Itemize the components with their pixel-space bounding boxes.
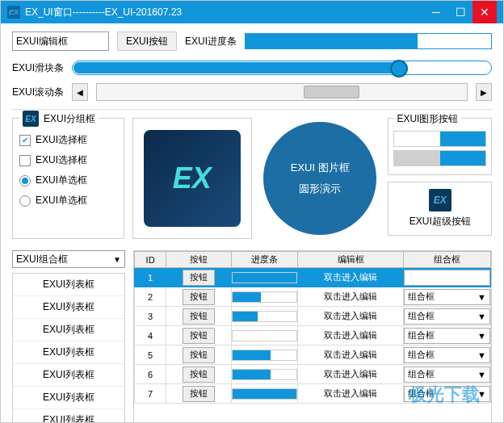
table-row[interactable]: 7按钮双击进入编辑组合框▼ <box>135 384 491 404</box>
row-combobox[interactable]: 组合框▼ <box>404 328 490 344</box>
progress-fill <box>246 34 418 48</box>
table-row[interactable]: 6按钮双击进入编辑组合框▼ <box>135 365 491 384</box>
shape-button-row1[interactable] <box>393 131 486 147</box>
list-item[interactable]: EXUI列表框 <box>13 409 124 423</box>
cell-id: 4 <box>135 326 166 346</box>
close-button[interactable]: ✕ <box>472 1 497 23</box>
checkbox[interactable] <box>19 135 31 146</box>
table-header[interactable]: ID <box>135 252 166 268</box>
cell-edit[interactable]: 双击进入编辑 <box>297 287 403 307</box>
ex-logo-icon: EX <box>429 189 452 212</box>
image-box: EX <box>132 118 252 239</box>
table-row[interactable]: 1按钮双击进入编辑组合框▼ <box>135 268 491 287</box>
row-combobox[interactable]: 组合框▼ <box>404 289 490 305</box>
slider-fill <box>74 62 400 73</box>
slider-handle[interactable] <box>390 60 408 77</box>
scroll-left-button[interactable]: ◀ <box>72 83 88 101</box>
row-button[interactable]: 按钮 <box>183 328 215 344</box>
maximize-button[interactable]: ☐ <box>448 1 472 23</box>
row-button[interactable]: 按钮 <box>183 308 215 325</box>
row-button[interactable]: 按钮 <box>183 289 215 305</box>
super-button-label: EXUI超级按钮 <box>410 215 471 228</box>
color-cell[interactable] <box>394 132 439 146</box>
scroll-track[interactable] <box>96 83 468 101</box>
table-header[interactable]: 进度条 <box>231 252 297 268</box>
combobox[interactable]: EXUI组合框 ▼ <box>12 250 125 268</box>
cell-edit[interactable]: 双击进入编辑 <box>297 365 403 384</box>
shape-button-group: EXUI图形按钮 <box>388 118 492 175</box>
color-cell[interactable] <box>440 132 485 146</box>
row-combobox[interactable]: 组合框▼ <box>404 270 490 286</box>
radio[interactable] <box>19 175 31 186</box>
color-cell[interactable] <box>440 151 485 165</box>
scroll-thumb[interactable] <box>304 86 359 98</box>
circle-line1: EXUI 图片框 <box>291 161 350 175</box>
table-header[interactable]: 编辑框 <box>297 252 403 268</box>
cell-id: 5 <box>135 346 166 365</box>
scroll-right-button[interactable]: ▶ <box>476 83 492 101</box>
combobox-value: EXUI组合框 <box>16 253 68 266</box>
window-title: EX_UI窗口----------EX_UI-201607.23 <box>25 6 424 19</box>
groupbox: EX EXUI分组框 EXUI选择框EXUI选择框EXUI单选框EXUI单选框 <box>12 118 124 239</box>
checkbox[interactable] <box>19 155 31 166</box>
chevron-down-icon: ▼ <box>113 255 121 264</box>
list-item[interactable]: EXUI列表框 <box>13 319 124 341</box>
checkbox-label: EXUI选择框 <box>36 133 87 147</box>
table-header[interactable]: 组合框 <box>404 252 491 268</box>
color-cell[interactable] <box>394 151 439 165</box>
table-row[interactable]: 3按钮双击进入编辑组合框▼ <box>135 307 491 326</box>
app-icon: EX <box>7 6 20 19</box>
list-item[interactable]: EXUI列表框 <box>13 364 124 387</box>
row-combobox[interactable]: 组合框▼ <box>404 308 490 325</box>
circle-image-box: EXUI 图片框 圆形演示 <box>260 118 380 239</box>
row-progress <box>232 369 297 380</box>
shape-button-row2[interactable] <box>393 150 486 166</box>
cell-edit[interactable]: 双击进入编辑 <box>297 346 403 365</box>
table-row[interactable]: 4按钮双击进入编辑组合框▼ <box>135 326 491 346</box>
edit-input[interactable] <box>12 31 109 51</box>
cell-id: 1 <box>135 268 166 287</box>
demo-button[interactable]: EXUI按钮 <box>117 31 177 51</box>
list-item[interactable]: EXUI列表框 <box>13 296 124 319</box>
ex-logo-icon: EX <box>23 111 39 127</box>
progress-bar <box>245 33 492 49</box>
cell-id: 3 <box>135 307 166 326</box>
minimize-button[interactable]: ─ <box>424 1 448 23</box>
row-combobox[interactable]: 组合框▼ <box>404 386 490 402</box>
cell-edit[interactable]: 双击进入编辑 <box>297 326 403 346</box>
row-progress <box>232 272 297 283</box>
listbox[interactable]: EXUI列表框EXUI列表框EXUI列表框EXUI列表框EXUI列表框EXUI列… <box>12 273 125 423</box>
table-header[interactable]: 按钮 <box>166 252 231 268</box>
titlebar: EX EX_UI窗口----------EX_UI-201607.23 ─ ☐ … <box>1 1 503 23</box>
cell-edit[interactable]: 双击进入编辑 <box>297 384 403 404</box>
list-item[interactable]: EXUI列表框 <box>13 387 124 409</box>
row-combobox[interactable]: 组合框▼ <box>404 366 490 383</box>
row-progress <box>232 330 297 341</box>
radio-label: EXUI单选框 <box>36 174 87 187</box>
cell-id: 6 <box>135 365 166 384</box>
cell-edit[interactable]: 双击进入编辑 <box>297 307 403 326</box>
cell-id: 7 <box>135 384 166 404</box>
groupbox-title: EXUI分组框 <box>44 112 95 126</box>
table-row[interactable]: 2按钮双击进入编辑组合框▼ <box>135 287 491 307</box>
row-combobox[interactable]: 组合框▼ <box>404 347 490 363</box>
row-button[interactable]: 按钮 <box>183 386 215 402</box>
ex-logo-large: EX <box>144 130 241 227</box>
row-button[interactable]: 按钮 <box>183 347 215 363</box>
cell-edit[interactable]: 双击进入编辑 <box>297 268 403 287</box>
row-progress <box>232 388 297 400</box>
slider-label: EXUI滑块条 <box>12 61 64 75</box>
row-button[interactable]: 按钮 <box>183 366 215 383</box>
scrollbar-label: EXUI滚动条 <box>12 86 64 99</box>
super-button[interactable]: EX EXUI超级按钮 <box>388 182 492 236</box>
row-button[interactable]: 按钮 <box>183 270 215 286</box>
row-progress <box>232 311 297 322</box>
list-item[interactable]: EXUI列表框 <box>13 341 124 364</box>
circle-demo: EXUI 图片框 圆形演示 <box>263 122 376 235</box>
radio[interactable] <box>19 195 31 207</box>
slider-track[interactable] <box>72 61 492 75</box>
progress-label: EXUI进度条 <box>185 35 237 48</box>
table-row[interactable]: 5按钮双击进入编辑组合框▼ <box>135 346 491 365</box>
row-progress <box>232 291 297 303</box>
list-item[interactable]: EXUI列表框 <box>13 274 124 296</box>
